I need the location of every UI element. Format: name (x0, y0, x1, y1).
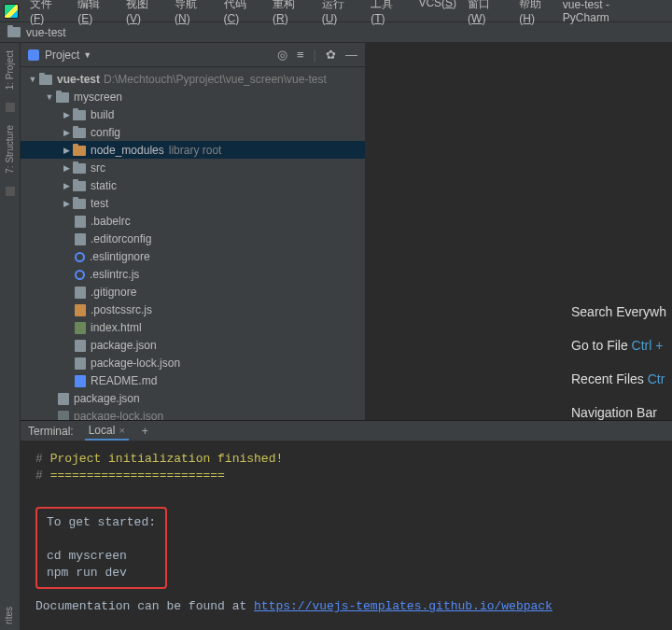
term-box-line3: npm run dev (47, 565, 156, 581)
menu-items: 文件(F)编辑(E)视图(V)导航(N)代码(C)重构(R)运行(U)工具(T)… (24, 0, 563, 25)
tree-folder-node-modules[interactable]: ▶ node_modules library root (21, 141, 365, 159)
md-file-icon (75, 375, 86, 387)
terminal-tab-local[interactable]: Local× (85, 422, 129, 441)
tree-folder-config[interactable]: ▶ config (21, 123, 365, 141)
tree-folder-static[interactable]: ▶ static (21, 176, 365, 194)
menu-视图[interactable]: 视图(V) (120, 0, 169, 25)
menu-文件[interactable]: 文件(F) (24, 0, 72, 25)
json-file-icon (75, 357, 86, 370)
terminal-tabs: Terminal: Local× + (21, 421, 672, 441)
html-file-icon (75, 322, 86, 334)
window-title: vue-test - PyCharm (563, 0, 668, 24)
tree-folder-myscreen[interactable]: ▼ myscreen (21, 88, 365, 105)
gutter-structure-tab[interactable]: 7: Structure (3, 118, 17, 181)
tree-root-path: D:\Mechtouch\Pyproject\vue_screen\vue-te… (100, 73, 327, 86)
menu-编辑[interactable]: 编辑(E) (72, 0, 120, 25)
menu-VCS[interactable]: VCS(S) (413, 0, 462, 25)
tree-file-indexhtml[interactable]: index.html (21, 318, 365, 336)
menu-工具[interactable]: 工具(T) (365, 0, 413, 25)
project-panel-header: Project ▼ ◎ ≡ | ✿ — (21, 43, 365, 67)
eslint-icon (75, 270, 85, 280)
gear-file-icon (75, 233, 86, 245)
term-line2: ======================== (50, 469, 225, 483)
doc-link[interactable]: https://vuejs-templates.github.io/webpac… (254, 599, 553, 613)
tree-folder-test[interactable]: ▶ test (21, 194, 365, 212)
highlighted-box: To get started: cd myscreen npm run dev (35, 507, 167, 589)
terminal-body[interactable]: # Project initialization finished! # ===… (21, 441, 672, 624)
tree-file-package[interactable]: package.json (21, 336, 365, 354)
close-icon[interactable]: × (119, 425, 124, 436)
term-line1: Project initialization finished! (50, 452, 284, 466)
collapse-icon[interactable]: ≡ (297, 48, 304, 62)
tree-file-eslintrc[interactable]: .eslintrc.js (21, 265, 365, 283)
project-panel-icon (28, 49, 39, 61)
term-box-line2: cd myscreen (47, 548, 156, 565)
favorites-tab[interactable]: rites (4, 607, 14, 624)
file-icon (75, 216, 86, 228)
json-file-icon (58, 393, 69, 405)
target-icon[interactable]: ◎ (277, 48, 287, 62)
menu-运行[interactable]: 运行(U) (316, 0, 366, 25)
json-file-icon (75, 340, 86, 352)
menu-代码[interactable]: 代码(C) (218, 0, 268, 25)
app-icon (4, 4, 19, 19)
menu-帮助[interactable]: 帮助(H) (513, 0, 563, 25)
tree-file-gitignore[interactable]: .gitignore (21, 283, 365, 301)
folder-icon (7, 27, 21, 37)
panel-toolbar: ◎ ≡ | ✿ — (277, 48, 357, 62)
hint-search: Search Everywh (571, 304, 666, 319)
menu-重构[interactable]: 重构(R) (267, 0, 316, 25)
gutter-icon[interactable] (6, 187, 15, 196)
tree-root[interactable]: ▼ vue-test D:\Mechtouch\Pyproject\vue_sc… (21, 70, 365, 88)
terminal-label: Terminal: (28, 425, 85, 438)
menu-导航[interactable]: 导航(N) (169, 0, 218, 25)
project-panel-title[interactable]: Project (45, 49, 79, 62)
bottom-left-gutter: rites (0, 420, 21, 630)
hint-navbar: Navigation Bar (571, 405, 657, 420)
file-icon (75, 287, 86, 299)
tree-file-package-outer[interactable]: package.json (21, 389, 365, 407)
menu-bar: 文件(F)编辑(E)视图(V)导航(N)代码(C)重构(R)运行(U)工具(T)… (0, 0, 672, 22)
gutter-icon[interactable] (6, 103, 15, 112)
tree-file-postcssrc[interactable]: .postcssrc.js (21, 301, 365, 318)
breadcrumb[interactable]: vue-test (0, 22, 672, 43)
tree-folder-build[interactable]: ▶ build (21, 105, 365, 123)
js-file-icon (75, 304, 86, 316)
terminal-panel: rites Terminal: Local× + # Project initi… (0, 420, 672, 630)
hint-recent: Recent Files (571, 371, 648, 386)
tree-file-packagelock[interactable]: package-lock.json (21, 354, 365, 371)
breadcrumb-root: vue-test (26, 26, 66, 39)
hint-goto: Go to File (571, 338, 632, 353)
tree-root-name: vue-test (57, 73, 100, 86)
gutter-project-tab[interactable]: 1: Project (3, 43, 17, 97)
doc-prefix: Documentation can be found at (35, 599, 254, 613)
tree-folder-src[interactable]: ▶ src (21, 159, 365, 176)
term-box-line1: To get started: (47, 514, 156, 531)
tree-file-editorconfig[interactable]: .editorconfig (21, 230, 365, 247)
tree-file-readme[interactable]: README.md (21, 371, 365, 389)
add-terminal-button[interactable]: + (142, 425, 148, 438)
gear-icon[interactable]: ✿ (326, 48, 336, 62)
menu-窗口[interactable]: 窗口(W) (462, 0, 513, 25)
chevron-down-icon[interactable]: ▼ (83, 50, 91, 60)
hide-icon[interactable]: — (345, 48, 357, 62)
tree-file-babelrc[interactable]: .babelrc (21, 212, 365, 230)
eslint-icon (75, 252, 85, 262)
tree-file-eslintignore[interactable]: .eslintignore (21, 247, 365, 265)
